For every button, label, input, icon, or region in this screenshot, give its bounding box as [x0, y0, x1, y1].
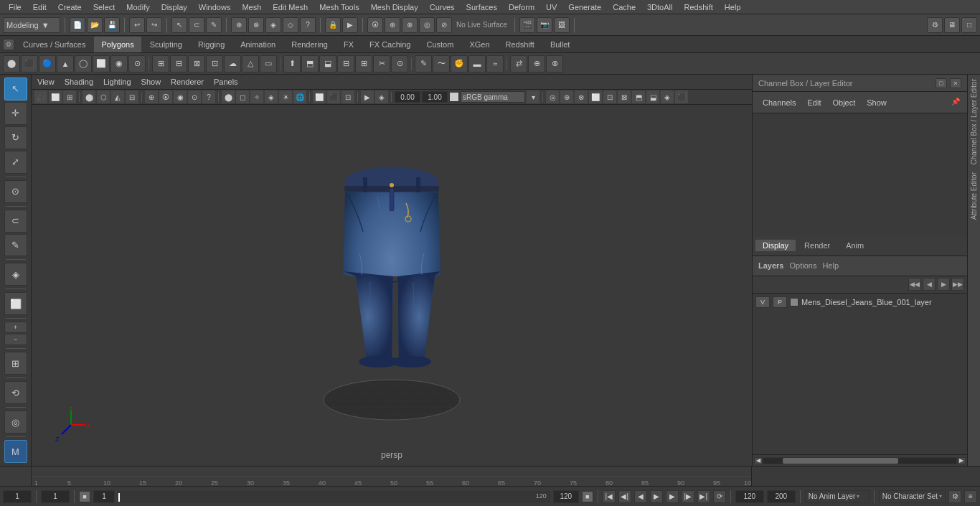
smooth2-tool[interactable]: ≈ [486, 55, 504, 72]
render-btn-3[interactable]: 🖼 [554, 17, 570, 33]
mag-btn[interactable]: ⦿ [367, 17, 383, 33]
gamma-select[interactable]: sRGB gamma [461, 91, 525, 103]
insert-loop-tool[interactable]: ⊟ [337, 55, 354, 72]
scroll-right-arrow[interactable]: ▶ [957, 457, 966, 464]
offset-loop-tool[interactable]: ⊞ [355, 55, 372, 72]
deform-tool[interactable]: ⊗ [546, 55, 563, 72]
lt-minus[interactable]: − [4, 334, 27, 345]
lock-btn[interactable]: 🔒 [325, 17, 341, 33]
range-end-input[interactable] [553, 490, 579, 503]
undo-btn[interactable]: ↩ [129, 17, 145, 33]
lasso-lt[interactable]: ⊂ [4, 210, 27, 233]
vp-snap-3[interactable]: ◉ [174, 90, 187, 103]
settings-btn-r3[interactable]: □ [961, 17, 977, 33]
vp-misc-8[interactable]: ⬓ [646, 90, 659, 103]
vp-shading-4[interactable]: ◈ [265, 90, 278, 103]
select-tool-lt[interactable]: ↖ [4, 78, 27, 100]
no-anim-layer-dropdown[interactable]: No Anim Layer ▾ [805, 490, 870, 503]
char-set-extra-btn[interactable]: ≡ [964, 490, 977, 503]
flatten-tool[interactable]: ▬ [468, 55, 486, 72]
viewport-menu-show[interactable]: Show [138, 78, 164, 86]
attribute-editor-vertical-tab[interactable]: Attribute Editor [969, 169, 979, 222]
triangulate-tool[interactable]: △ [242, 55, 259, 72]
vp-grid-icon[interactable]: ⊞ [63, 90, 76, 103]
multi-cut-tool[interactable]: ✂ [373, 55, 390, 72]
menu-redshift[interactable]: Redshift [678, 1, 718, 13]
pivot-lt[interactable]: ◎ [4, 411, 27, 434]
save-scene-btn[interactable]: 💾 [104, 17, 120, 33]
prev-frame-btn[interactable]: ◀ [634, 490, 647, 503]
cube-tool[interactable]: ⬛ [21, 55, 38, 72]
boolean-tool[interactable]: ⊡ [206, 55, 223, 72]
timeline-range-bar[interactable]: 120 [118, 491, 550, 502]
vp-display-2[interactable]: ⬛ [327, 90, 340, 103]
vp-misc-3[interactable]: ⊗ [575, 90, 588, 103]
paint-tool-btn[interactable]: ✎ [206, 17, 222, 33]
tab-rigging[interactable]: Rigging [191, 37, 232, 52]
menu-file[interactable]: File [3, 1, 27, 13]
extract-tool[interactable]: ⊠ [188, 55, 205, 72]
vp-snap-5[interactable]: ? [202, 90, 215, 103]
mode-tabs-settings[interactable]: ⚙ [3, 39, 14, 50]
range-indicator-2[interactable]: ■ [582, 491, 593, 502]
menu-display[interactable]: Display [156, 1, 193, 13]
bevel-tool[interactable]: ⬓ [319, 55, 336, 72]
tab-redshift[interactable]: Redshift [499, 37, 542, 52]
playback-max-input[interactable] [767, 490, 796, 503]
mag-btn5[interactable]: ⊘ [436, 17, 452, 33]
tab-curves-surfaces[interactable]: Curves / Surfaces [16, 37, 93, 52]
frame-field-2[interactable] [41, 490, 70, 503]
vp-shading-6[interactable]: 🌐 [293, 90, 306, 103]
plane-tool[interactable]: ⬜ [93, 55, 110, 72]
tab-rendering[interactable]: Rendering [284, 37, 335, 52]
vp-shading-3[interactable]: ✧ [250, 90, 263, 103]
cb-channels-menu[interactable]: Channels [758, 97, 800, 108]
relax-tool[interactable]: 〜 [433, 55, 450, 72]
separate-tool[interactable]: ⊟ [170, 55, 187, 72]
vp-misc-10[interactable]: ⬛ [675, 90, 688, 103]
menu-3dtool[interactable]: 3DtoAll [641, 1, 678, 13]
tab-render[interactable]: Render [797, 240, 837, 251]
menu-mesh-tools[interactable]: Mesh Tools [314, 1, 364, 13]
combine-tool[interactable]: ⊞ [152, 55, 169, 72]
next-key-btn[interactable]: |▶ [682, 490, 694, 503]
pipe-tool[interactable]: ⊙ [128, 55, 146, 72]
region-lt[interactable]: ⬜ [4, 292, 27, 315]
snap-btn-1[interactable]: ⊕ [231, 17, 247, 33]
viewport-canvas[interactable]: X Y Z persp [32, 105, 752, 466]
layer-item[interactable]: V P Mens_Diesel_Jeans_Blue_001_layer [753, 294, 967, 311]
play-btn[interactable]: ▶ [650, 490, 663, 503]
next-frame-btn[interactable]: ▶ [666, 490, 679, 503]
scroll-left-arrow[interactable]: ◀ [754, 457, 763, 464]
soft-select-lt[interactable]: ⊙ [4, 180, 27, 203]
open-scene-btn[interactable]: 📂 [87, 17, 103, 33]
menu-help[interactable]: Help [719, 1, 747, 13]
vp-misc-2[interactable]: ⊕ [560, 90, 573, 103]
timeline-ruler[interactable]: 1 5 10 15 20 25 30 35 40 45 50 55 60 65 … [32, 467, 752, 486]
settings-btn-r[interactable]: ⚙ [927, 17, 943, 33]
vp-misc-1[interactable]: ◎ [546, 90, 559, 103]
vp-snap-4[interactable]: ⊙ [188, 90, 201, 103]
tab-fx[interactable]: FX [336, 37, 361, 52]
vp-display-3[interactable]: ⊡ [341, 90, 354, 103]
cone-tool[interactable]: ▲ [57, 55, 74, 72]
render-view-btn[interactable]: ▶ [342, 17, 358, 33]
bridge-tool[interactable]: ⬒ [301, 55, 319, 72]
mag-btn4[interactable]: ◎ [419, 17, 435, 33]
fill-hole-tool[interactable]: ⊙ [391, 55, 408, 72]
mode-selector[interactable]: Modeling ▼ [3, 17, 60, 33]
channel-box-vertical-tab[interactable]: Channel Box / Layer Editor [969, 76, 979, 168]
vp-gamma-arrow[interactable]: ▾ [527, 90, 540, 103]
cylinder-tool[interactable]: 🔵 [39, 55, 56, 72]
extrude-tool[interactable]: ⬆ [283, 55, 301, 72]
vp-shading-1[interactable]: ⬤ [222, 90, 235, 103]
cb-edit-menu[interactable]: Edit [803, 97, 825, 108]
current-frame-input[interactable] [3, 490, 32, 503]
snap-btn-5[interactable]: ? [300, 17, 316, 33]
settings-btn-r2[interactable]: 🖥 [944, 17, 960, 33]
layer-nav-left[interactable]: ◀ [923, 278, 936, 291]
viewport-menu-shading[interactable]: Shading [62, 78, 96, 86]
tab-polygons[interactable]: Polygons [94, 37, 141, 52]
layer-nav-right[interactable]: ▶ [937, 278, 950, 291]
mirror-tool[interactable]: ⇄ [510, 55, 527, 72]
